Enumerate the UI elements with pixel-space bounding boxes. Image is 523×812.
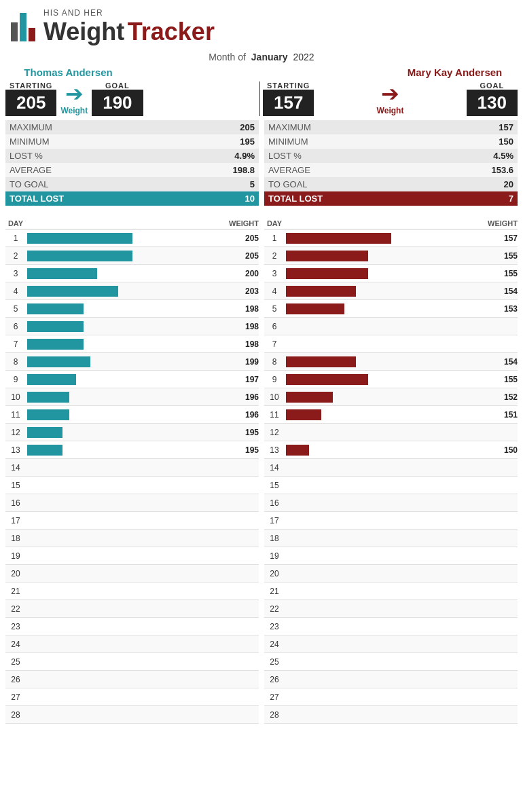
stat-value-1: 195 <box>176 134 259 149</box>
chart-row: 10196 <box>5 388 259 406</box>
chart-weight-val: 157 <box>484 234 518 243</box>
chart-day-num: 17 <box>5 516 26 525</box>
chart-bar-area <box>285 494 484 511</box>
chart-bar <box>286 268 368 279</box>
stat-label-2: LOST % <box>264 149 435 163</box>
chart-row: 16 <box>264 494 518 512</box>
chart-row: 26 <box>264 671 518 688</box>
chart-bar-area <box>285 282 484 299</box>
chart-weight-val: 155 <box>484 251 518 261</box>
app-title: Weight Tracker <box>43 18 215 46</box>
stat-value-5: 7 <box>435 191 518 206</box>
mary-goal-value: 130 <box>467 90 518 116</box>
chart-day-num: 19 <box>264 551 285 561</box>
chart-weight-val: 205 <box>225 251 259 261</box>
chart-weight-val: 195 <box>225 445 259 455</box>
chart-row: 12195 <box>5 424 259 441</box>
mary-starting-value: 157 <box>263 90 314 116</box>
chart-day-num: 4 <box>5 287 26 296</box>
chart-day-num: 28 <box>264 710 285 720</box>
chart-bar-area <box>26 706 225 723</box>
stat-value-2: 4.5% <box>435 149 518 163</box>
chart-bar-area <box>285 477 484 494</box>
chart-day-num: 16 <box>5 498 26 508</box>
chart-day-num: 12 <box>264 428 285 437</box>
mary-starting-block: STARTING 157 <box>263 81 314 116</box>
stat-value-0: 157 <box>435 120 518 134</box>
chart-day-num: 27 <box>264 693 285 702</box>
chart-day-num: 10 <box>264 392 285 402</box>
chart-weight-val: 154 <box>484 287 518 296</box>
mary-chart-rows: 1157215531554154515367815491551015211151… <box>264 229 518 724</box>
chart-day-num: 16 <box>264 498 285 508</box>
mary-sg-row: STARTING 157 ➔ Weight GOAL 130 <box>263 81 518 116</box>
chart-day-num: 18 <box>264 534 285 543</box>
thomas-chart-header: DAY WEIGHT <box>5 217 259 229</box>
chart-row: 17 <box>264 512 518 530</box>
thomas-chart-weight-label: WEIGHT <box>225 219 259 227</box>
chart-row: 23 <box>264 618 518 635</box>
chart-day-num: 7 <box>264 339 285 349</box>
chart-day-num: 20 <box>264 569 285 578</box>
chart-row: 18 <box>5 530 259 547</box>
chart-bar <box>27 339 84 350</box>
chart-day-num: 26 <box>5 675 26 684</box>
chart-row: 28 <box>264 706 518 724</box>
chart-day-num: 15 <box>264 481 285 490</box>
chart-row: 6198 <box>5 318 259 335</box>
chart-bar-area <box>285 653 484 670</box>
chart-bar-area <box>285 706 484 723</box>
app-subtitle: HIS AND HER <box>43 8 215 18</box>
chart-bar-area <box>285 583 484 599</box>
chart-weight-val: 154 <box>484 357 518 367</box>
chart-bar <box>27 445 62 456</box>
chart-bar-area <box>285 671 484 688</box>
chart-row: 14 <box>264 459 518 477</box>
chart-row: 7 <box>264 335 518 353</box>
chart-day-num: 28 <box>5 710 26 720</box>
month-label: Month of <box>209 52 245 62</box>
chart-day-num: 9 <box>5 375 26 384</box>
stat-label-4: TO GOAL <box>264 177 435 191</box>
chart-row: 10152 <box>264 388 518 406</box>
chart-bar-area <box>26 618 225 635</box>
chart-bar-area <box>285 441 484 458</box>
chart-row: 17 <box>5 512 259 530</box>
chart-weight-val: 199 <box>225 357 259 367</box>
chart-weight-val: 196 <box>225 392 259 402</box>
chart-bar <box>27 321 84 332</box>
starting-goal-section: STARTING 205 ➔ Weight GOAL 190 STARTING … <box>0 81 523 116</box>
chart-row: 9197 <box>5 371 259 388</box>
chart-bar-area <box>26 388 225 405</box>
mary-chart-weight-label: WEIGHT <box>484 219 518 227</box>
thomas-starting-label: STARTING <box>10 81 52 90</box>
stat-value-1: 150 <box>435 134 518 149</box>
chart-day-num: 1 <box>264 234 285 243</box>
chart-row: 3155 <box>264 265 518 282</box>
thomas-goal-label: GOAL <box>105 81 130 90</box>
stat-label-0: MAXIMUM <box>264 120 435 134</box>
chart-row: 11151 <box>264 406 518 424</box>
chart-day-num: 23 <box>5 622 26 631</box>
chart-day-num: 24 <box>264 640 285 649</box>
persons-section: Thomas Andersen Mary Kay Andersen <box>0 67 523 81</box>
chart-row: 8199 <box>5 353 259 371</box>
chart-row: 26 <box>5 671 259 688</box>
center-connector <box>131 67 392 81</box>
thomas-arrow-block: ➔ Weight <box>60 83 88 115</box>
stat-value-4: 5 <box>176 177 259 191</box>
chart-row: 18 <box>264 530 518 547</box>
chart-bar-area <box>285 530 484 547</box>
chart-weight-val: 198 <box>225 322 259 331</box>
month-row: Month of January 2022 <box>0 52 523 62</box>
stat-label-4: TO GOAL <box>5 177 176 191</box>
chart-weight-val: 151 <box>484 410 518 420</box>
thomas-header-block: Thomas Andersen <box>5 67 131 79</box>
chart-day-num: 15 <box>5 481 26 490</box>
chart-bar-area <box>26 635 225 652</box>
mary-chart-header: DAY WEIGHT <box>264 217 518 229</box>
thomas-name: Thomas Andersen <box>24 67 112 78</box>
chart-row: 15 <box>5 477 259 494</box>
chart-bar-area <box>285 265 484 282</box>
chart-day-num: 14 <box>264 463 285 473</box>
